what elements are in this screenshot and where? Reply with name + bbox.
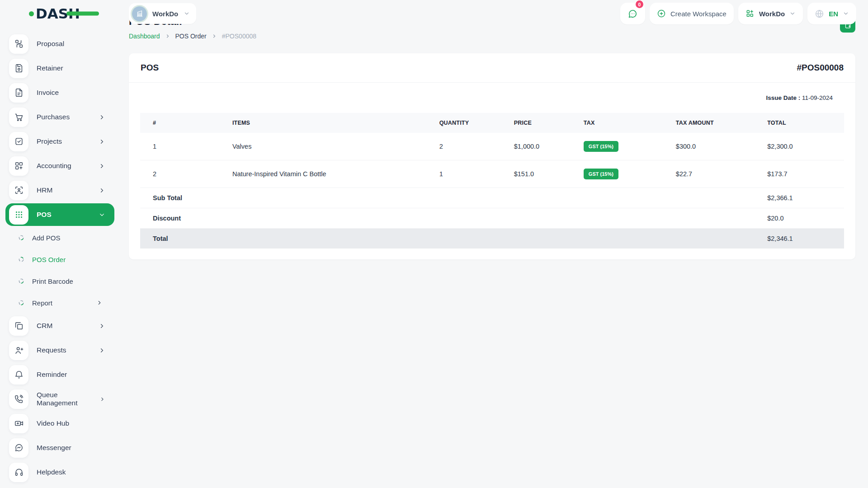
language-code: EN <box>829 10 838 18</box>
sidebar-item-label: Print Barcode <box>32 277 73 285</box>
cell-tax: GST (15%) <box>571 133 663 160</box>
sidebar-item-label: CRM <box>37 322 52 330</box>
issue-date-row: Issue Date : 11-09-2024 <box>129 83 855 111</box>
chevron-right-icon <box>165 33 170 39</box>
sidebar-item-label: Purchases <box>37 113 70 121</box>
company-menu-button[interactable]: WorkDo <box>738 3 803 24</box>
col-header-tax-amount: TAX AMOUNT <box>663 113 755 133</box>
pos-number: #POS00008 <box>797 63 844 73</box>
hrm-icon <box>9 181 28 200</box>
card-header: POS #POS00008 <box>129 53 855 83</box>
cell-item: Nature-Inspired Vitamin C Bottle <box>220 160 427 188</box>
sidebar-item-proposal[interactable]: Proposal <box>5 32 114 56</box>
discount-row: Discount $20.0 <box>140 208 844 229</box>
sidebar-item-requests[interactable]: Requests <box>5 338 114 362</box>
breadcrumb-current: #POS00008 <box>222 33 256 40</box>
tax-badge: GST (15%) <box>584 169 618 179</box>
chevron-right-icon <box>212 33 217 39</box>
messenger-icon <box>9 438 28 458</box>
video-hub-icon <box>9 414 28 433</box>
sub-dot-icon <box>18 300 24 306</box>
sidebar-item-pos[interactable]: POS <box>5 203 114 226</box>
workspace-selector[interactable]: WorkDo <box>129 3 196 24</box>
proposal-icon <box>9 34 28 54</box>
chevron-down-icon <box>184 10 190 17</box>
messages-button[interactable]: 0 <box>620 3 645 24</box>
discount-value: $20.0 <box>755 208 844 229</box>
sidebar-item-projects[interactable]: Projects <box>5 129 114 154</box>
dash-logo[interactable]: DASH <box>29 7 80 21</box>
subtotal-label: Sub Total <box>140 188 755 208</box>
sidebar-item-video-hub[interactable]: Video Hub <box>5 411 114 436</box>
sidebar-item-crm[interactable]: CRM <box>5 314 114 338</box>
sidebar-item-pos-order[interactable]: POS Order <box>5 249 114 270</box>
sub-dot-icon <box>18 235 24 241</box>
cell-price: $151.0 <box>501 160 571 188</box>
sidebar-item-queue-management[interactable]: Queue Management <box>5 387 114 411</box>
issue-date-value: 11-09-2024 <box>802 94 833 101</box>
queue-management-icon <box>9 389 28 409</box>
chevron-right-icon <box>99 323 105 329</box>
sidebar-item-report[interactable]: Report <box>5 292 114 314</box>
sidebar-item-label: Invoice <box>37 89 59 97</box>
sidebar-item-label: Report <box>32 299 52 307</box>
requests-icon <box>9 341 28 360</box>
sidebar: Proposal Retainer Invoice Purchases <box>0 27 120 488</box>
cell-num: 2 <box>140 160 220 188</box>
chevron-right-icon <box>99 187 105 194</box>
tax-badge: GST (15%) <box>584 141 618 152</box>
cell-total: $2,300.0 <box>755 133 844 160</box>
cell-tax: GST (15%) <box>571 160 663 188</box>
sidebar-item-helpdesk[interactable]: Helpdesk <box>5 460 114 484</box>
retainer-icon <box>9 59 28 78</box>
pos-items-table: # ITEMS QUANTITY PRICE TAX TAX AMOUNT TO… <box>140 113 844 249</box>
workspace-name: WorkDo <box>152 10 178 18</box>
sidebar-item-messenger[interactable]: Messenger <box>5 436 114 460</box>
pos-detail-card: POS #POS00008 Issue Date : 11-09-2024 # … <box>129 53 855 259</box>
sidebar-item-label: Queue Management <box>37 391 91 407</box>
sidebar-item-reminder[interactable]: Reminder <box>5 362 114 387</box>
main-content: POS Detail Dashboard POS Order #POS00008… <box>120 0 868 259</box>
sidebar-item-label: Proposal <box>37 40 64 48</box>
total-label: Total <box>140 229 755 249</box>
sidebar-item-retainer[interactable]: Retainer <box>5 56 114 80</box>
cell-quantity: 1 <box>427 160 501 188</box>
cell-tax-amount: $22.7 <box>663 160 755 188</box>
language-selector[interactable]: EN <box>807 3 856 24</box>
sidebar-item-hrm[interactable]: HRM <box>5 178 114 202</box>
crm-icon <box>9 316 28 336</box>
cell-quantity: 2 <box>427 133 501 160</box>
sidebar-item-label: Retainer <box>37 64 63 72</box>
sidebar-item-label: Video Hub <box>37 419 69 427</box>
sidebar-item-label: Reminder <box>37 371 67 379</box>
sidebar-item-label: Helpdesk <box>37 468 66 476</box>
breadcrumb-dashboard-link[interactable]: Dashboard <box>129 33 160 40</box>
total-value: $2,346.1 <box>755 229 844 249</box>
chevron-right-icon <box>99 163 105 169</box>
sidebar-item-purchases[interactable]: Purchases <box>5 105 114 129</box>
chevron-right-icon <box>99 138 105 145</box>
col-header-num: # <box>140 113 220 133</box>
plus-circle-icon <box>657 9 666 18</box>
cell-num: 1 <box>140 133 220 160</box>
sub-dot-icon <box>18 278 24 284</box>
create-workspace-button[interactable]: Create Workspace <box>650 3 734 24</box>
helpdesk-icon <box>9 463 28 482</box>
sidebar-item-print-barcode[interactable]: Print Barcode <box>5 270 114 292</box>
chevron-right-icon <box>99 347 105 354</box>
col-header-items: ITEMS <box>220 113 427 133</box>
col-header-price: PRICE <box>501 113 571 133</box>
sidebar-item-accounting[interactable]: Accounting <box>5 154 114 178</box>
table-row: 1 Valves 2 $1,000.0 GST (15%) $300.0 $2,… <box>140 133 844 160</box>
grid-plus-icon <box>745 9 755 18</box>
cell-tax-amount: $300.0 <box>663 133 755 160</box>
total-row: Total $2,346.1 <box>140 229 844 249</box>
sidebar-item-add-pos[interactable]: Add POS <box>5 227 114 249</box>
breadcrumb-pos-order[interactable]: POS Order <box>175 33 207 40</box>
table-row: 2 Nature-Inspired Vitamin C Bottle 1 $15… <box>140 160 844 188</box>
globe-icon <box>815 9 824 19</box>
discount-label: Discount <box>140 208 755 229</box>
sidebar-item-invoice[interactable]: Invoice <box>5 80 114 105</box>
col-header-quantity: QUANTITY <box>427 113 501 133</box>
logo-dot-icon <box>29 11 34 16</box>
